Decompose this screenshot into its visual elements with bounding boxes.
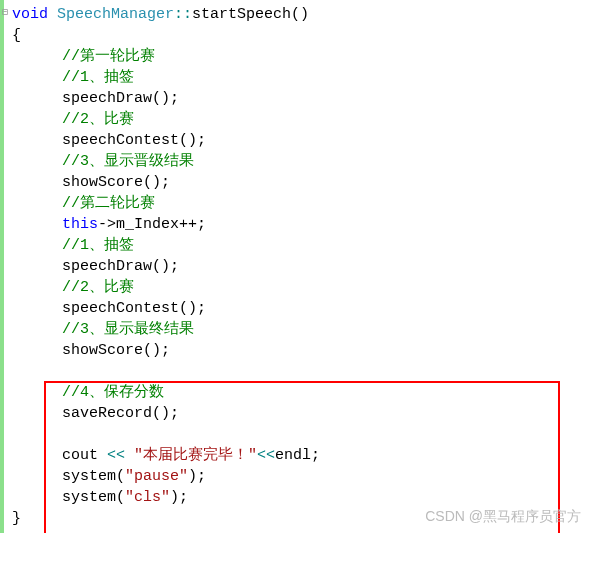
comment: //第二轮比赛 xyxy=(62,195,155,212)
code-line xyxy=(12,361,593,382)
code-line: { xyxy=(12,25,593,46)
code-line: speechDraw(); xyxy=(12,88,593,109)
string: "本届比赛完毕！" xyxy=(134,447,257,464)
stmt: showScore(); xyxy=(62,342,170,359)
code-line: //4、保存分数 xyxy=(12,382,593,403)
code-line: //3、显示最终结果 xyxy=(12,319,593,340)
code-line: showScore(); xyxy=(12,340,593,361)
parens: () xyxy=(291,6,309,23)
op: << xyxy=(257,447,275,464)
code-line: saveRecord(); xyxy=(12,403,593,424)
txt: ); xyxy=(188,468,206,485)
comment: //2、比赛 xyxy=(62,111,134,128)
code-line: speechDraw(); xyxy=(12,256,593,277)
txt: ); xyxy=(170,489,188,506)
keyword: this xyxy=(62,216,98,233)
watermark: CSDN @黑马程序员官方 xyxy=(425,506,581,527)
stmt: speechDraw(); xyxy=(62,258,179,275)
code-line: system("pause"); xyxy=(12,466,593,487)
code-line xyxy=(12,424,593,445)
stmt: speechContest(); xyxy=(62,132,206,149)
class-name: SpeechManager xyxy=(57,6,174,23)
code-line: //3、显示晋级结果 xyxy=(12,151,593,172)
code-line: //1、抽签 xyxy=(12,235,593,256)
brace: } xyxy=(12,510,21,527)
keyword: void xyxy=(12,6,48,23)
function-name: startSpeech xyxy=(192,6,291,23)
txt: system( xyxy=(62,489,125,506)
code-line: showScore(); xyxy=(12,172,593,193)
string: "pause" xyxy=(125,468,188,485)
code-line: void SpeechManager::startSpeech() xyxy=(12,4,593,25)
code-line: //第二轮比赛 xyxy=(12,193,593,214)
stmt: ->m_Index++; xyxy=(98,216,206,233)
code-line: system("cls"); xyxy=(12,487,593,508)
comment: //第一轮比赛 xyxy=(62,48,155,65)
brace: { xyxy=(12,27,21,44)
comment: //2、比赛 xyxy=(62,279,134,296)
comment: //1、抽签 xyxy=(62,237,134,254)
sp xyxy=(125,447,134,464)
comment: //1、抽签 xyxy=(62,69,134,86)
code-line: //1、抽签 xyxy=(12,67,593,88)
txt: endl; xyxy=(275,447,320,464)
string: "cls" xyxy=(125,489,170,506)
collapse-icon: ⊟ xyxy=(2,2,8,23)
comment: //3、显示晋级结果 xyxy=(62,153,194,170)
code-line: //第一轮比赛 xyxy=(12,46,593,67)
code-line: speechContest(); xyxy=(12,298,593,319)
code-block: ⊟ void SpeechManager::startSpeech() { //… xyxy=(0,0,595,533)
code-line: speechContest(); xyxy=(12,130,593,151)
code-line: cout << "本届比赛完毕！"<<endl; xyxy=(12,445,593,466)
comment: //3、显示最终结果 xyxy=(62,321,194,338)
txt: cout xyxy=(62,447,107,464)
comment: //4、保存分数 xyxy=(62,384,164,401)
code-line: //2、比赛 xyxy=(12,277,593,298)
txt: system( xyxy=(62,468,125,485)
scope-op: :: xyxy=(174,6,192,23)
stmt: speechContest(); xyxy=(62,300,206,317)
code-line: //2、比赛 xyxy=(12,109,593,130)
op: << xyxy=(107,447,125,464)
stmt: showScore(); xyxy=(62,174,170,191)
stmt: speechDraw(); xyxy=(62,90,179,107)
stmt: saveRecord(); xyxy=(62,405,179,422)
code-line: this->m_Index++; xyxy=(12,214,593,235)
